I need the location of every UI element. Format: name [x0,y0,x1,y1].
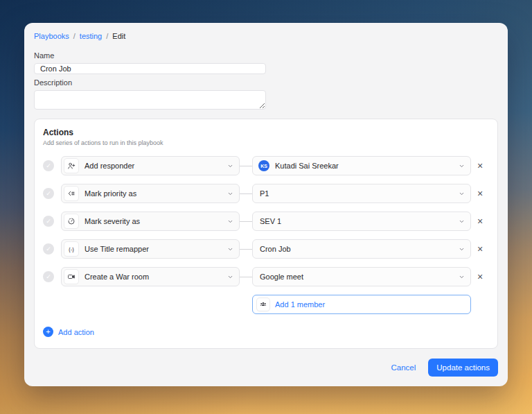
breadcrumb-separator: / [73,32,76,40]
chevron-down-icon [459,163,465,169]
action-type-label: Create a War room [85,273,227,281]
modal-footer: Cancel Update actions [24,349,508,386]
action-type-label: Mark priority as [85,189,227,198]
severity-icon [64,214,78,228]
remove-action-icon[interactable]: × [471,272,489,282]
chevron-down-icon [227,246,233,252]
chevron-down-icon [459,218,465,225]
remove-action-icon[interactable]: × [471,161,489,171]
actions-title: Actions [43,128,489,137]
chevron-down-icon [459,274,465,280]
add-member-row: Add 1 member [43,295,489,314]
plus-circle-icon: + [43,327,53,337]
action-row: ✓ Create a War room Google meet × [43,267,489,286]
breadcrumb-edit: Edit [112,32,125,40]
action-row: ✓ {-} Use Title remapper Cron Job × [43,239,489,259]
cancel-button[interactable]: Cancel [391,363,416,372]
actions-subtitle: Add series of actions to run in this pla… [43,139,489,146]
chevron-down-icon [227,191,233,197]
action-type-dropdown[interactable]: {-} Use Title remapper [61,239,240,259]
add-action-button[interactable]: + Add action [43,327,94,337]
chevron-down-icon [227,163,233,169]
remove-action-icon[interactable]: × [471,189,489,198]
action-type-dropdown[interactable]: Add responder [61,156,240,175]
check-circle-icon: ✓ [43,216,54,227]
braces-icon: {-} [64,242,78,256]
breadcrumb: Playbooks / testing / Edit [24,23,508,47]
connector-line [240,277,252,277]
chevron-down-icon [227,218,233,225]
people-icon [257,298,269,311]
person-plus-icon [64,159,78,173]
add-member-label: Add 1 member [275,300,325,309]
action-type-dropdown[interactable]: Mark severity as [61,212,240,231]
priority-icon [64,187,78,200]
action-value-label: Google meet [260,273,459,281]
add-member-button[interactable]: Add 1 member [252,295,471,314]
action-row: ✓ Mark severity as SEV 1 × [43,212,489,231]
connector-line [240,193,252,194]
action-value-label: Kutadi Sai Sreekar [275,162,459,170]
action-value-dropdown[interactable]: SEV 1 [252,212,471,231]
chevron-down-icon [227,274,233,280]
name-label: Name [24,47,508,63]
actions-panel: Actions Add series of actions to run in … [34,119,498,349]
check-circle-icon: ✓ [43,243,54,255]
breadcrumb-separator: / [106,32,108,40]
chevron-down-icon [459,191,465,197]
action-value-label: Cron Job [260,245,459,253]
action-value-label: P1 [260,189,459,198]
remove-action-icon[interactable]: × [471,244,489,254]
action-value-dropdown[interactable]: KS Kutadi Sai Sreekar [252,156,471,175]
description-textarea[interactable] [34,90,266,110]
action-value-dropdown[interactable]: Cron Job [252,239,471,259]
check-circle-icon: ✓ [43,271,54,282]
connector-line [240,249,252,250]
remove-action-icon[interactable]: × [471,216,489,226]
avatar: KS [258,160,269,171]
check-circle-icon: ✓ [43,188,54,199]
connector-line [240,166,252,166]
action-type-label: Use Title remapper [85,245,227,253]
playbook-edit-modal: Playbooks / testing / Edit Name Descript… [24,23,508,386]
action-type-label: Add responder [85,162,227,170]
action-value-dropdown[interactable]: Google meet [252,267,471,286]
action-value-dropdown[interactable]: P1 [252,184,471,203]
breadcrumb-playbooks[interactable]: Playbooks [34,32,69,40]
video-camera-icon [64,270,78,284]
check-circle-icon: ✓ [43,160,54,171]
desktop-background: Playbooks / testing / Edit Name Descript… [0,0,532,414]
add-action-label: Add action [58,328,94,336]
action-type-dropdown[interactable]: Create a War room [61,267,240,286]
name-input[interactable] [34,63,266,74]
action-type-dropdown[interactable]: Mark priority as [61,184,240,203]
description-label: Description [24,74,508,90]
breadcrumb-testing[interactable]: testing [80,32,102,40]
connector-line [240,221,252,222]
action-type-label: Mark severity as [85,217,227,225]
chevron-down-icon [459,246,465,252]
action-row: ✓ Mark priority as P1 × [43,184,489,203]
action-value-label: SEV 1 [260,217,459,225]
update-actions-button[interactable]: Update actions [428,359,498,377]
action-row: ✓ Add responder KS Kutadi Sai Sreekar [43,156,489,175]
